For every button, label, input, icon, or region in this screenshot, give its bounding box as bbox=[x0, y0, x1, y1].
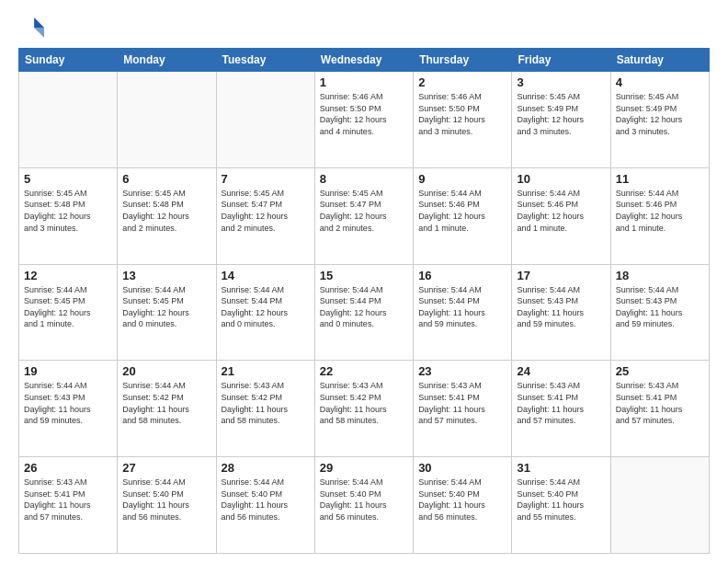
day-info: Sunrise: 5:43 AM Sunset: 5:41 PM Dayligh… bbox=[616, 380, 704, 426]
weekday-header-wednesday: Wednesday bbox=[314, 49, 413, 72]
calendar-cell: 30Sunrise: 5:44 AM Sunset: 5:40 PM Dayli… bbox=[414, 457, 512, 554]
calendar-cell: 17Sunrise: 5:44 AM Sunset: 5:43 PM Dayli… bbox=[512, 264, 610, 361]
calendar-week-1: 1Sunrise: 5:46 AM Sunset: 5:50 PM Daylig… bbox=[19, 72, 710, 168]
day-info: Sunrise: 5:44 AM Sunset: 5:40 PM Dayligh… bbox=[418, 477, 506, 523]
calendar-cell: 27Sunrise: 5:44 AM Sunset: 5:40 PM Dayli… bbox=[118, 457, 216, 554]
calendar-cell bbox=[118, 72, 216, 168]
calendar-cell bbox=[610, 457, 709, 554]
weekday-header-saturday: Saturday bbox=[610, 49, 709, 72]
day-info: Sunrise: 5:46 AM Sunset: 5:50 PM Dayligh… bbox=[320, 91, 408, 137]
day-info: Sunrise: 5:43 AM Sunset: 5:41 PM Dayligh… bbox=[418, 380, 506, 426]
calendar-cell: 26Sunrise: 5:43 AM Sunset: 5:41 PM Dayli… bbox=[19, 457, 118, 554]
calendar-cell: 23Sunrise: 5:43 AM Sunset: 5:41 PM Dayli… bbox=[414, 361, 512, 457]
day-number: 21 bbox=[222, 364, 310, 378]
calendar-cell: 4Sunrise: 5:45 AM Sunset: 5:49 PM Daylig… bbox=[610, 72, 709, 168]
day-info: Sunrise: 5:44 AM Sunset: 5:44 PM Dayligh… bbox=[222, 284, 310, 330]
day-number: 8 bbox=[320, 172, 408, 186]
calendar-week-4: 19Sunrise: 5:44 AM Sunset: 5:43 PM Dayli… bbox=[19, 361, 710, 457]
calendar-cell: 24Sunrise: 5:43 AM Sunset: 5:41 PM Dayli… bbox=[512, 361, 610, 457]
page: SundayMondayTuesdayWednesdayThursdayFrid… bbox=[0, 0, 728, 563]
calendar-cell: 28Sunrise: 5:44 AM Sunset: 5:40 PM Dayli… bbox=[216, 457, 314, 554]
calendar-cell: 18Sunrise: 5:44 AM Sunset: 5:43 PM Dayli… bbox=[610, 264, 709, 361]
day-number: 2 bbox=[418, 75, 506, 89]
day-number: 10 bbox=[517, 172, 605, 186]
calendar-week-5: 26Sunrise: 5:43 AM Sunset: 5:41 PM Dayli… bbox=[19, 457, 710, 554]
day-number: 31 bbox=[517, 461, 605, 475]
calendar-week-2: 5Sunrise: 5:45 AM Sunset: 5:48 PM Daylig… bbox=[19, 167, 710, 264]
day-info: Sunrise: 5:43 AM Sunset: 5:42 PM Dayligh… bbox=[320, 380, 408, 426]
day-number: 3 bbox=[517, 75, 605, 89]
day-info: Sunrise: 5:44 AM Sunset: 5:43 PM Dayligh… bbox=[517, 284, 605, 330]
calendar-cell: 1Sunrise: 5:46 AM Sunset: 5:50 PM Daylig… bbox=[314, 72, 413, 168]
calendar-cell: 13Sunrise: 5:44 AM Sunset: 5:45 PM Dayli… bbox=[118, 264, 216, 361]
day-info: Sunrise: 5:44 AM Sunset: 5:43 PM Dayligh… bbox=[24, 380, 112, 426]
day-info: Sunrise: 5:44 AM Sunset: 5:42 PM Dayligh… bbox=[122, 380, 210, 426]
calendar-cell: 5Sunrise: 5:45 AM Sunset: 5:48 PM Daylig… bbox=[19, 167, 118, 264]
weekday-header-sunday: Sunday bbox=[19, 49, 118, 72]
day-info: Sunrise: 5:43 AM Sunset: 5:42 PM Dayligh… bbox=[222, 380, 310, 426]
calendar-cell: 20Sunrise: 5:44 AM Sunset: 5:42 PM Dayli… bbox=[118, 361, 216, 457]
calendar-cell: 25Sunrise: 5:43 AM Sunset: 5:41 PM Dayli… bbox=[610, 361, 709, 457]
calendar-cell: 16Sunrise: 5:44 AM Sunset: 5:44 PM Dayli… bbox=[414, 264, 512, 361]
day-number: 14 bbox=[222, 269, 310, 282]
day-number: 6 bbox=[122, 172, 210, 186]
day-info: Sunrise: 5:43 AM Sunset: 5:41 PM Dayligh… bbox=[24, 477, 112, 523]
weekday-header-row: SundayMondayTuesdayWednesdayThursdayFrid… bbox=[19, 49, 710, 72]
weekday-header-friday: Friday bbox=[512, 49, 610, 72]
day-info: Sunrise: 5:44 AM Sunset: 5:44 PM Dayligh… bbox=[418, 284, 506, 330]
day-info: Sunrise: 5:44 AM Sunset: 5:46 PM Dayligh… bbox=[517, 188, 605, 234]
day-number: 19 bbox=[24, 364, 112, 378]
calendar-cell: 15Sunrise: 5:44 AM Sunset: 5:44 PM Dayli… bbox=[314, 264, 413, 361]
calendar-cell: 29Sunrise: 5:44 AM Sunset: 5:40 PM Dayli… bbox=[314, 457, 413, 554]
day-number: 24 bbox=[517, 364, 605, 378]
day-number: 25 bbox=[616, 364, 704, 378]
day-number: 15 bbox=[320, 269, 408, 282]
day-info: Sunrise: 5:44 AM Sunset: 5:46 PM Dayligh… bbox=[418, 188, 506, 234]
day-number: 16 bbox=[418, 269, 506, 282]
day-info: Sunrise: 5:45 AM Sunset: 5:48 PM Dayligh… bbox=[24, 188, 112, 234]
logo bbox=[18, 15, 48, 40]
day-info: Sunrise: 5:45 AM Sunset: 5:49 PM Dayligh… bbox=[517, 91, 605, 137]
calendar-cell bbox=[19, 72, 118, 168]
day-number: 27 bbox=[122, 461, 210, 475]
day-info: Sunrise: 5:45 AM Sunset: 5:47 PM Dayligh… bbox=[222, 188, 310, 234]
calendar-cell: 31Sunrise: 5:44 AM Sunset: 5:40 PM Dayli… bbox=[512, 457, 610, 554]
calendar-cell: 6Sunrise: 5:45 AM Sunset: 5:48 PM Daylig… bbox=[118, 167, 216, 264]
day-info: Sunrise: 5:45 AM Sunset: 5:48 PM Dayligh… bbox=[122, 188, 210, 234]
day-number: 11 bbox=[616, 172, 704, 186]
calendar-cell: 10Sunrise: 5:44 AM Sunset: 5:46 PM Dayli… bbox=[512, 167, 610, 264]
header bbox=[18, 15, 710, 40]
day-number: 12 bbox=[24, 269, 112, 282]
day-number: 1 bbox=[320, 75, 408, 89]
logo-icon bbox=[18, 15, 44, 40]
day-number: 9 bbox=[418, 172, 506, 186]
calendar-cell: 11Sunrise: 5:44 AM Sunset: 5:46 PM Dayli… bbox=[610, 167, 709, 264]
day-number: 29 bbox=[320, 461, 408, 475]
day-number: 22 bbox=[320, 364, 408, 378]
svg-marker-0 bbox=[34, 17, 44, 28]
calendar-week-3: 12Sunrise: 5:44 AM Sunset: 5:45 PM Dayli… bbox=[19, 264, 710, 361]
day-number: 17 bbox=[517, 269, 605, 282]
calendar-cell: 7Sunrise: 5:45 AM Sunset: 5:47 PM Daylig… bbox=[216, 167, 314, 264]
day-number: 5 bbox=[24, 172, 112, 186]
day-info: Sunrise: 5:44 AM Sunset: 5:40 PM Dayligh… bbox=[222, 477, 310, 523]
svg-marker-1 bbox=[34, 28, 44, 38]
calendar-cell bbox=[216, 72, 314, 168]
day-info: Sunrise: 5:44 AM Sunset: 5:40 PM Dayligh… bbox=[320, 477, 408, 523]
day-info: Sunrise: 5:44 AM Sunset: 5:43 PM Dayligh… bbox=[616, 284, 704, 330]
day-info: Sunrise: 5:45 AM Sunset: 5:47 PM Dayligh… bbox=[320, 188, 408, 234]
day-number: 18 bbox=[616, 269, 704, 282]
calendar-cell: 9Sunrise: 5:44 AM Sunset: 5:46 PM Daylig… bbox=[414, 167, 512, 264]
calendar-cell: 2Sunrise: 5:46 AM Sunset: 5:50 PM Daylig… bbox=[414, 72, 512, 168]
day-number: 7 bbox=[222, 172, 310, 186]
day-info: Sunrise: 5:44 AM Sunset: 5:40 PM Dayligh… bbox=[517, 477, 605, 523]
weekday-header-thursday: Thursday bbox=[414, 49, 512, 72]
calendar-cell: 3Sunrise: 5:45 AM Sunset: 5:49 PM Daylig… bbox=[512, 72, 610, 168]
day-number: 26 bbox=[24, 461, 112, 475]
calendar-cell: 21Sunrise: 5:43 AM Sunset: 5:42 PM Dayli… bbox=[216, 361, 314, 457]
calendar-cell: 19Sunrise: 5:44 AM Sunset: 5:43 PM Dayli… bbox=[19, 361, 118, 457]
day-info: Sunrise: 5:44 AM Sunset: 5:40 PM Dayligh… bbox=[122, 477, 210, 523]
day-info: Sunrise: 5:44 AM Sunset: 5:44 PM Dayligh… bbox=[320, 284, 408, 330]
weekday-header-monday: Monday bbox=[118, 49, 216, 72]
calendar-cell: 8Sunrise: 5:45 AM Sunset: 5:47 PM Daylig… bbox=[314, 167, 413, 264]
